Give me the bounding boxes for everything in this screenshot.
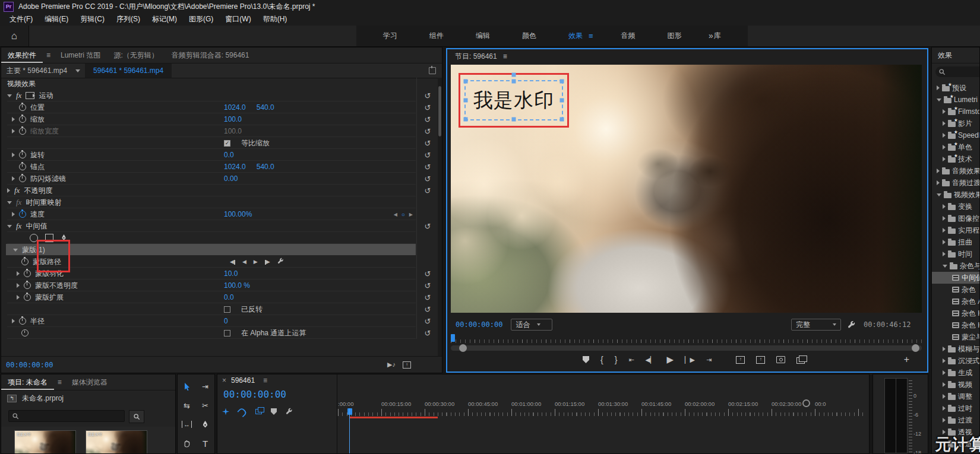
nest-sequence-icon[interactable] [222, 408, 229, 415]
property-value[interactable]: 1024.0 [224, 103, 246, 112]
effects-tree-item[interactable]: 调整 [932, 390, 979, 402]
stopwatch-icon[interactable] [19, 151, 26, 158]
program-timecode[interactable]: 00:00:00:00 [447, 320, 502, 329]
selection-handle[interactable] [512, 80, 516, 84]
export-icon[interactable]: ↑ [403, 361, 411, 369]
property-value[interactable]: 10.0 [224, 269, 238, 278]
property-value[interactable]: 100.0 [224, 115, 242, 123]
chevron-right-icon[interactable] [943, 216, 946, 221]
effects-tree-item[interactable]: 扭曲 [932, 236, 979, 248]
reset-icon[interactable]: ↺ [425, 318, 431, 325]
checkbox[interactable] [224, 306, 230, 313]
sequence-tab-label[interactable]: 596461 [231, 376, 255, 385]
property-label[interactable]: 缩放宽度 [30, 126, 59, 136]
effect-controls-scrollbar[interactable] [438, 78, 442, 357]
menu-item[interactable]: 窗口(W) [219, 13, 257, 26]
monitor-playhead[interactable] [451, 334, 455, 342]
reset-icon[interactable]: ↺ [425, 104, 431, 112]
chevron-right-icon[interactable] [943, 370, 946, 375]
clip-thumbnail[interactable]: 我是水印 [14, 430, 76, 454]
chevron-right-icon[interactable] [17, 283, 20, 288]
property-label[interactable]: 防闪烁滤镜 [30, 174, 66, 184]
effects-tree-item[interactable]: 时间 [932, 248, 979, 260]
stopwatch-icon[interactable] [19, 116, 26, 123]
chevron-down-icon[interactable] [7, 94, 12, 97]
playback-resolution-dropdown[interactable]: 完整 [791, 319, 841, 331]
tab-effect-controls[interactable]: 效果控件 [1, 47, 43, 63]
workspace-tab-颜色[interactable]: 颜色 [506, 26, 552, 46]
track-mask-back-icon[interactable]: ◀ [230, 259, 235, 265]
stopwatch-icon[interactable] [24, 270, 31, 277]
pen-tool[interactable] [198, 417, 213, 431]
pin-panel-icon[interactable] [429, 67, 436, 74]
close-icon[interactable]: × [222, 376, 226, 385]
workspace-tab-音频[interactable]: 音频 [605, 26, 652, 46]
chevron-right-icon[interactable] [12, 129, 15, 134]
anchor-handle[interactable] [512, 73, 516, 77]
property-value[interactable]: 100.0 % [224, 281, 250, 290]
selection-tool[interactable] [180, 379, 194, 393]
property-value[interactable]: 0.00 [224, 174, 238, 183]
chevron-right-icon[interactable] [943, 228, 946, 233]
chevron-right-icon[interactable] [12, 176, 15, 181]
navigate-up-icon[interactable]: ↰ [7, 395, 17, 402]
effect-controls-timecode[interactable]: 00:00:00:00 [1, 361, 53, 369]
selection-handle[interactable] [464, 99, 468, 103]
menu-item[interactable]: 文件(F) [4, 13, 39, 26]
tab-project[interactable]: 项目: 未命名 [1, 374, 54, 390]
chevron-down-icon[interactable] [937, 193, 941, 196]
track-select-forward-tool[interactable]: ⇥ [198, 379, 213, 393]
reset-icon[interactable]: ↺ [425, 187, 431, 195]
reset-icon[interactable]: ↺ [425, 294, 431, 301]
project-file-name[interactable]: 未命名.prproj [22, 393, 64, 404]
chevron-down-icon[interactable] [7, 225, 12, 228]
property-label[interactable]: 半径 [30, 316, 45, 326]
selection-handle[interactable] [464, 118, 468, 122]
project-search-input[interactable] [8, 410, 125, 422]
effects-panel-tab[interactable]: 效果 [932, 47, 979, 64]
add-marker-icon[interactable] [271, 408, 277, 415]
checkbox[interactable]: ✓ [224, 140, 230, 147]
stopwatch-icon[interactable] [21, 258, 29, 265]
chevron-right-icon[interactable] [943, 204, 946, 209]
go-to-in-button[interactable]: ⇤ [628, 354, 634, 365]
play-button[interactable]: ▶ [667, 354, 674, 365]
chevron-down-icon[interactable] [13, 249, 18, 252]
property-label[interactable]: 锚点 [30, 162, 45, 172]
effects-tree-item[interactable]: 预设 [932, 82, 979, 94]
slip-tool[interactable]: ↔ [180, 417, 194, 431]
menu-item[interactable]: 剪辑(C) [74, 13, 110, 26]
program-monitor-title[interactable]: 节目: 596461 [455, 52, 497, 62]
effects-tree-item[interactable]: 单色 [932, 141, 979, 153]
chevron-right-icon[interactable] [943, 406, 946, 411]
reset-icon[interactable]: ↺ [425, 116, 431, 123]
property-label[interactable]: 速度 [30, 209, 45, 220]
chevron-right-icon[interactable] [7, 188, 10, 193]
type-tool[interactable]: T [198, 436, 213, 450]
stopwatch-icon[interactable] [19, 318, 26, 325]
reset-icon[interactable]: ↺ [425, 151, 431, 159]
workspace-tab-学习[interactable]: 学习 [367, 26, 413, 46]
menu-item[interactable]: 图形(G) [183, 13, 219, 26]
zoom-handle-left[interactable] [459, 344, 467, 352]
chevron-right-icon[interactable] [937, 180, 940, 185]
reset-icon[interactable]: ↺ [425, 329, 431, 337]
chevron-right-icon[interactable] [943, 347, 946, 351]
effects-tree-item[interactable]: 过渡 [932, 414, 979, 426]
workspace-tab-编辑[interactable]: 编辑 [460, 26, 506, 46]
effects-tree-item[interactable]: 沉浸式视频 [932, 355, 979, 367]
reset-icon[interactable]: ↺ [425, 270, 431, 278]
selection-handle[interactable] [560, 118, 564, 122]
monitor-zoom-scrollbar[interactable] [451, 345, 922, 351]
chevron-right-icon[interactable] [943, 382, 946, 387]
chevron-right-icon[interactable] [943, 157, 946, 161]
effects-tree-item[interactable]: 蒙尘与划痕 [932, 331, 979, 343]
step-back-button[interactable]: ◀▏ [646, 354, 656, 365]
reset-icon[interactable]: ↺ [425, 139, 431, 147]
checkbox[interactable] [224, 330, 230, 336]
stopwatch-icon[interactable] [21, 329, 29, 336]
selection-handle[interactable] [512, 118, 516, 122]
workspace-overflow-button[interactable]: » [704, 26, 718, 46]
add-marker-button[interactable] [583, 356, 589, 363]
extract-button[interactable]: ↑ [756, 356, 765, 364]
